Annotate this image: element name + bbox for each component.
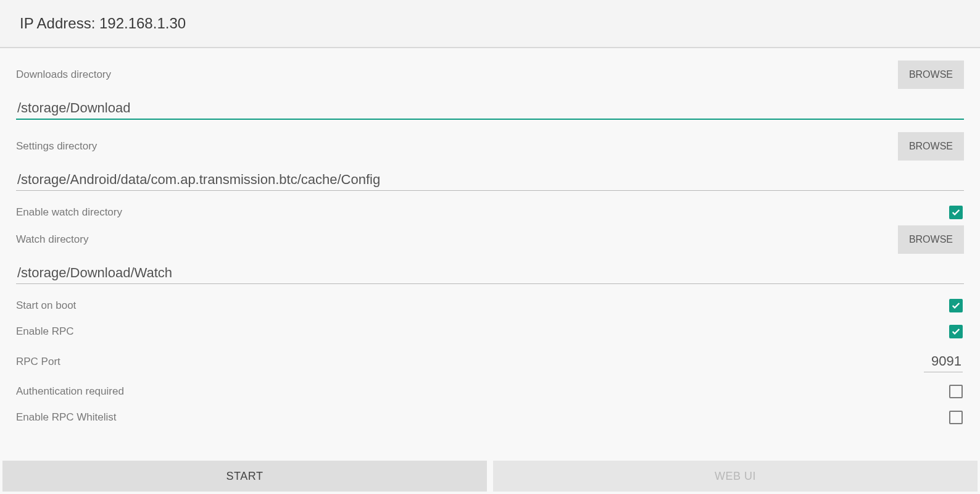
watch-directory-row: Watch directory BROWSE (16, 225, 964, 254)
enable-rpc-whitelist-checkbox[interactable] (949, 411, 963, 424)
enable-watch-row: Enable watch directory (16, 199, 964, 225)
check-icon (951, 301, 961, 311)
check-icon (951, 327, 961, 337)
settings-directory-label: Settings directory (16, 140, 97, 153)
start-on-boot-checkbox[interactable] (949, 299, 963, 312)
enable-rpc-checkbox[interactable] (949, 325, 963, 338)
auth-required-checkbox[interactable] (949, 385, 963, 398)
downloads-directory-label: Downloads directory (16, 69, 111, 81)
rpc-port-row: RPC Port 9091 (16, 345, 964, 379)
rpc-port-input[interactable]: 9091 (924, 351, 963, 372)
watch-directory-input[interactable] (16, 261, 964, 284)
settings-directory-row: Settings directory BROWSE (16, 132, 964, 161)
bottom-bar: START WEB UI (0, 461, 980, 494)
web-ui-button: WEB UI (493, 461, 978, 492)
browse-settings-button[interactable]: BROWSE (898, 132, 964, 161)
rpc-port-label: RPC Port (16, 356, 60, 368)
watch-directory-label: Watch directory (16, 233, 88, 246)
settings-directory-input[interactable] (16, 168, 964, 191)
settings-form: Downloads directory BROWSE Settings dire… (0, 48, 980, 430)
start-button[interactable]: START (2, 461, 487, 492)
enable-rpc-label: Enable RPC (16, 325, 74, 338)
browse-downloads-button[interactable]: BROWSE (898, 61, 964, 89)
enable-watch-checkbox[interactable] (949, 206, 963, 219)
header: IP Address: 192.168.1.30 (0, 0, 980, 48)
browse-watch-button[interactable]: BROWSE (898, 225, 964, 254)
auth-required-label: Authentication required (16, 385, 124, 398)
start-on-boot-row: Start on boot (16, 293, 964, 319)
downloads-directory-row: Downloads directory BROWSE (16, 61, 964, 89)
check-icon (951, 207, 961, 217)
page-title: IP Address: 192.168.1.30 (20, 15, 186, 32)
downloads-directory-input[interactable] (16, 96, 964, 120)
enable-rpc-whitelist-row: Enable RPC Whitelist (16, 404, 964, 430)
enable-rpc-row: Enable RPC (16, 319, 964, 345)
auth-required-row: Authentication required (16, 379, 964, 404)
start-on-boot-label: Start on boot (16, 299, 76, 312)
enable-rpc-whitelist-label: Enable RPC Whitelist (16, 411, 117, 424)
enable-watch-label: Enable watch directory (16, 206, 122, 219)
